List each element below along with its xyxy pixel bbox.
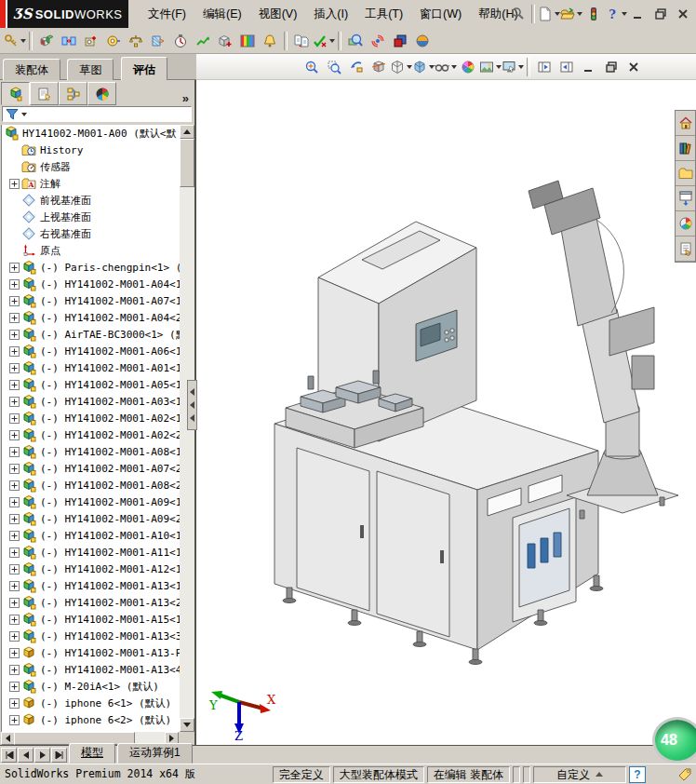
tree-item[interactable]: (-) HY141002-M001-A13<2> <box>2 594 180 611</box>
tree-item[interactable]: (-) M-20iA<1> (默认) <box>2 678 180 695</box>
expand-plus-icon[interactable] <box>9 263 20 273</box>
graphics-area[interactable]: Y X Z <box>196 80 696 745</box>
tree-item[interactable]: HY141002-M001-A00 (默认<默 <box>2 125 180 142</box>
expand-plus-icon[interactable] <box>9 682 20 692</box>
tree-item[interactable]: (-) HY141002-M001-A02<1> <box>2 410 180 426</box>
filter-dropdown-arrow-icon[interactable] <box>21 113 27 116</box>
sustainability-button[interactable] <box>411 30 434 52</box>
tree-item[interactable]: (-) HY141002-M001-A04<1> <box>2 276 180 292</box>
tab-model[interactable]: 模型 <box>69 743 115 764</box>
next-study-button[interactable] <box>34 748 50 763</box>
new-document-button[interactable] <box>538 3 560 25</box>
view-orientation-button[interactable] <box>390 56 412 78</box>
display-style-button[interactable] <box>412 56 435 78</box>
tree-item[interactable]: (-) HY141002-M001-A08<2> <box>2 477 180 493</box>
expand-plus-icon[interactable] <box>9 631 20 642</box>
taskpane-tab-custom-properties[interactable] <box>676 237 695 262</box>
pane-right-button[interactable] <box>555 56 578 78</box>
tree-item[interactable]: (-) HY141002-M001-A13-PC <box>2 644 180 661</box>
custom-status-dropdown[interactable]: 自定义 <box>533 766 626 783</box>
tree-item[interactable]: (-) HY141002-M001-A13<4> <box>2 661 180 678</box>
simulationxpress-button[interactable] <box>367 30 389 52</box>
taskpane-tab-solidworks-resources[interactable] <box>676 111 695 136</box>
search-button[interactable] <box>506 3 529 25</box>
tree-item[interactable]: (-) HY141002-M001-A11<1> <box>2 544 180 561</box>
previous-view-button[interactable] <box>345 56 368 78</box>
tree-item[interactable]: (-) HY141002-M001-A12<1> <box>2 561 180 577</box>
open-button[interactable] <box>560 3 582 25</box>
panel-tab-configuration-manager[interactable] <box>59 82 87 105</box>
tree-item[interactable]: (-) HY141002-M001-A02<2> <box>2 426 180 443</box>
panel-collapse-handle[interactable] <box>187 380 197 430</box>
pane-left-button[interactable] <box>533 56 555 78</box>
expand-plus-icon[interactable] <box>9 615 20 625</box>
win-restore-button[interactable] <box>649 3 672 25</box>
menu-window[interactable]: 窗口(W) <box>411 3 470 26</box>
edit-appearance-button[interactable] <box>457 56 479 78</box>
tree-item[interactable]: 原点 <box>2 242 180 259</box>
expand-plus-icon[interactable] <box>9 715 20 725</box>
taskpane-tab-view-palette[interactable] <box>676 186 695 211</box>
expand-plus-icon[interactable] <box>9 480 20 491</box>
dropdown-arrow-icon[interactable] <box>518 65 524 69</box>
expand-plus-icon[interactable] <box>9 698 20 709</box>
expand-plus-icon[interactable] <box>9 380 20 390</box>
measure-button[interactable] <box>102 30 125 52</box>
scroll-left-button[interactable] <box>1 732 15 745</box>
tree-item[interactable]: (-) HY141002-M001-A09<2> <box>2 510 180 527</box>
tree-item[interactable]: (-) HY141002-M001-A08<1> <box>2 443 180 460</box>
tree-item[interactable]: (-) HY141002-M001-A10<1> <box>2 527 180 544</box>
expand-plus-icon[interactable] <box>9 313 20 323</box>
tree-item[interactable]: (-) HY141002-M001-A07<2> <box>2 460 180 477</box>
compare-documents-button[interactable] <box>290 30 313 52</box>
tab-assembly[interactable]: 装配体 <box>3 59 60 81</box>
tree-item[interactable]: A注解 <box>2 175 180 192</box>
tree-item[interactable]: (-) AirTAE-BC3000<1> (默 <box>2 326 180 343</box>
last-study-button[interactable] <box>51 748 67 763</box>
expand-plus-icon[interactable] <box>9 581 20 591</box>
first-study-button[interactable] <box>1 748 17 763</box>
design-checker-button[interactable] <box>313 30 335 52</box>
traffic-light-button[interactable] <box>582 3 605 25</box>
alert-bell-button[interactable] <box>259 30 281 52</box>
tree-item[interactable]: (-) iphone 6<1> (默认) <box>2 695 180 711</box>
assembly-statistics-button[interactable] <box>192 30 214 52</box>
performance-evaluation-button[interactable] <box>169 30 192 52</box>
help-button[interactable]: ? <box>605 3 627 25</box>
tab-sketch[interactable]: 草图 <box>67 59 114 81</box>
taskpane-tab-file-explorer[interactable] <box>676 161 695 186</box>
expand-plus-icon[interactable] <box>9 179 20 189</box>
menu-file[interactable]: 文件(F) <box>140 3 194 26</box>
menu-edit[interactable]: 编辑(E) <box>194 3 250 26</box>
expand-plus-icon[interactable] <box>9 564 20 574</box>
tree-item[interactable]: (-) HY141002-M001-A13<1> <box>2 577 180 594</box>
expand-plus-icon[interactable] <box>9 531 20 541</box>
vertical-scroll-thumb[interactable] <box>180 139 194 187</box>
tags-icon[interactable] <box>677 767 692 782</box>
hole-alignment-button[interactable] <box>80 30 102 52</box>
zoom-area-button[interactable] <box>323 56 345 78</box>
hide-show-items-button[interactable] <box>435 56 457 78</box>
view-settings-button[interactable] <box>502 56 524 78</box>
tree-item[interactable]: (-) HY141002-M001-A05<1> <box>2 376 180 393</box>
expand-plus-icon[interactable] <box>9 665 20 675</box>
tree-filter-input[interactable] <box>2 106 192 122</box>
interference-detection-button[interactable] <box>35 30 58 52</box>
tree-item[interactable]: 上视基准面 <box>2 209 180 225</box>
quick-tips-help-button[interactable]: ? <box>629 766 646 783</box>
zoom-fit-button[interactable] <box>301 56 323 78</box>
expand-plus-icon[interactable] <box>9 346 20 357</box>
expand-plus-icon[interactable] <box>9 447 20 457</box>
win-restore-button[interactable] <box>600 56 622 78</box>
win-close-button[interactable] <box>622 56 645 78</box>
menu-tools[interactable]: 工具(T) <box>356 3 411 26</box>
expand-plus-icon[interactable] <box>9 547 20 558</box>
win-minimize-button[interactable] <box>627 3 649 25</box>
panel-tab-display-manager[interactable] <box>87 82 116 105</box>
tree-item[interactable]: (-) HY141002-M001-A09<1> <box>2 493 180 510</box>
tree-item[interactable]: (-) iphone 6<2> (默认) <box>2 711 180 728</box>
tree-item[interactable]: (-) HY141002-M001-A03<1> <box>2 393 180 410</box>
tree-item[interactable]: (-) Paris-chengpin<1> (默 <box>2 259 180 276</box>
panel-tab-feature-manager[interactable] <box>1 82 30 105</box>
previous-study-button[interactable] <box>18 748 33 763</box>
